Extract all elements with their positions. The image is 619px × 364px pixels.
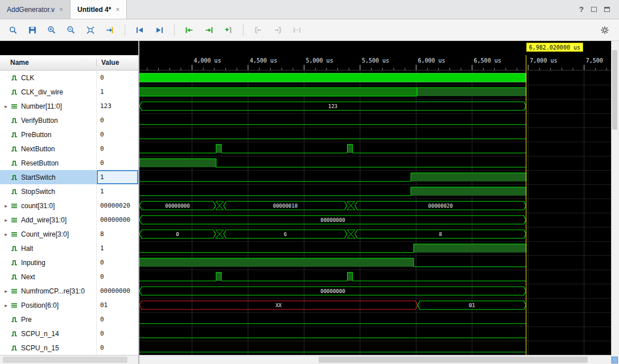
bit-signal-icon — [10, 344, 18, 352]
signal-name: NumfromCP...re[31:0 — [21, 287, 85, 295]
cursor-time-badge: 6,982.020000 us — [526, 43, 583, 52]
expand-chevron-icon[interactable]: ▸ — [2, 288, 10, 294]
signal-name-cell[interactable]: ▸ count[31:0] — [0, 198, 97, 213]
waveform-hscrollbar[interactable] — [139, 355, 611, 364]
signal-row-count-31-0[interactable]: ▸ count[31:0] 00000020 — [0, 198, 138, 213]
signal-name: SCPU_n_15 — [21, 344, 59, 352]
zoom-to-cursor-button[interactable] — [102, 23, 117, 38]
signal-name-cell[interactable]: ▸ Position[6:0] — [0, 298, 97, 312]
expand-chevron-icon[interactable]: ▸ — [2, 303, 10, 308]
expand-chevron-icon[interactable]: ▸ — [2, 203, 10, 209]
signal-name: PreButton — [21, 131, 51, 139]
svg-text:7,500: 7,500 — [586, 57, 603, 64]
signal-panel: Name Value CLK 0 CLK_div_wire 1 ▸ Number… — [0, 41, 139, 364]
previous-transition-button[interactable] — [182, 23, 197, 38]
signal-row-resetbutton[interactable]: ResetButton 0 — [0, 156, 138, 170]
signal-name-cell[interactable]: ▸ Count_wire[3:0] — [0, 227, 97, 241]
vivado-waveform-window: AddGenerator.v × Untitled 4* × ? Name Va… — [0, 0, 619, 364]
signal-name-cell[interactable]: NextButton — [0, 142, 97, 156]
signal-name-cell[interactable]: ▸ NumfromCP...re[31:0 — [0, 284, 97, 298]
signal-name-cell[interactable]: Halt — [0, 241, 97, 255]
scroll-corner-button[interactable] — [612, 357, 618, 363]
signal-row-scpu-n-15[interactable]: SCPU_n_15 0 — [0, 341, 138, 355]
signal-row-verifybutton[interactable]: VerifyButton 0 — [0, 113, 138, 127]
signal-name-cell[interactable]: Inputing — [0, 255, 97, 270]
close-icon[interactable]: × — [115, 6, 119, 14]
settings-button[interactable] — [597, 23, 612, 38]
signal-row-pre[interactable]: Pre 0 — [0, 312, 138, 326]
signal-row-startswitch[interactable]: StartSwitch 1 — [0, 170, 138, 184]
signal-panel-hscrollbar[interactable] — [0, 355, 138, 364]
bit-signal-icon — [10, 117, 18, 125]
signal-row-prebutton[interactable]: PreButton 0 — [0, 127, 138, 142]
svg-text:00000000: 00000000 — [320, 217, 345, 223]
expand-chevron-icon[interactable]: ▸ — [2, 231, 10, 237]
vscrollbar-thumb[interactable] — [612, 50, 617, 130]
signal-name: CLK_div_wire — [21, 88, 63, 96]
goto-next-marker-button — [270, 23, 285, 38]
signal-value: 0 — [97, 312, 138, 326]
signal-row-add-wire-31-0[interactable]: ▸ Add_wire[31:0] 00000000 — [0, 213, 138, 227]
time-ruler[interactable]: 4,000 us4,500 us5,000 us5,500 us6,000 us… — [139, 55, 611, 71]
float-window-icon[interactable] — [591, 7, 597, 12]
signal-name-cell[interactable]: Next — [0, 270, 97, 284]
goto-previous-marker-button — [251, 23, 266, 38]
expand-chevron-icon[interactable]: ▸ — [2, 217, 10, 223]
signal-name-cell[interactable]: Pre — [0, 312, 97, 326]
signal-name: Count_wire[3:0] — [21, 230, 69, 238]
toolbar-separator — [243, 24, 244, 36]
go-to-start-button[interactable] — [133, 23, 147, 38]
signal-row-position-6-0[interactable]: ▸ Position[6:0] 01 — [0, 298, 138, 312]
signal-row-clk-div-wire[interactable]: CLK_div_wire 1 — [0, 85, 138, 99]
vertical-scrollbar[interactable] — [611, 41, 618, 364]
tab-addgenerator[interactable]: AddGenerator.v × — [0, 0, 71, 19]
help-icon[interactable]: ? — [579, 5, 584, 14]
bus-signal-icon — [10, 102, 18, 110]
signal-row-halt[interactable]: Halt 1 — [0, 241, 138, 255]
signal-name-cell[interactable]: ▸ Add_wire[31:0] — [0, 213, 97, 227]
zoom-fit-button[interactable] — [83, 23, 98, 38]
add-marker-button[interactable] — [221, 23, 236, 38]
search-button[interactable] — [6, 23, 20, 38]
go-to-start-icon — [135, 26, 145, 35]
signal-name-cell[interactable]: StartSwitch — [0, 170, 97, 184]
signal-row-clk[interactable]: CLK 0 — [0, 71, 138, 85]
signal-name-cell[interactable]: StopSwitch — [0, 184, 97, 198]
tab-untitled4[interactable]: Untitled 4* × — [71, 0, 127, 19]
hscrollbar-thumb[interactable] — [3, 357, 127, 363]
hscrollbar-thumb[interactable] — [319, 357, 588, 363]
expand-chevron-icon[interactable]: ▸ — [2, 104, 10, 109]
zoom-to-range-icon — [292, 26, 302, 35]
go-to-end-button[interactable] — [152, 23, 167, 38]
value-column-header: Value — [97, 59, 138, 67]
zoom-in-button[interactable] — [44, 23, 59, 38]
save-button[interactable] — [25, 23, 40, 38]
zoom-out-button[interactable] — [64, 23, 79, 38]
signal-row-inputing[interactable]: Inputing 0 — [0, 255, 138, 270]
close-icon[interactable]: × — [59, 6, 63, 14]
signal-row-numfromcp-re-31-0[interactable]: ▸ NumfromCP...re[31:0 00000000 — [0, 284, 138, 298]
signal-name-cell[interactable]: ▸ Number[11:0] — [0, 99, 97, 113]
signal-name-cell[interactable]: VerifyButton — [0, 113, 97, 127]
signal-row-nextbutton[interactable]: NextButton 0 — [0, 142, 138, 156]
signal-row-next[interactable]: Next 0 — [0, 270, 138, 284]
signal-row-scpu-n-14[interactable]: SCPU_n_14 0 — [0, 326, 138, 341]
signal-name-cell[interactable]: SCPU_n_14 — [0, 326, 97, 341]
signal-name-cell[interactable]: SCPU_n_15 — [0, 341, 97, 355]
toolbar-separator — [125, 24, 125, 36]
save-icon — [28, 26, 37, 35]
signal-row-count-wire-3-0[interactable]: ▸ Count_wire[3:0] 8 — [0, 227, 138, 241]
signal-name-cell[interactable]: PreButton — [0, 127, 97, 142]
signal-value: 1 — [97, 241, 138, 255]
svg-text:7,000 us: 7,000 us — [530, 57, 557, 64]
next-transition-icon — [204, 26, 213, 35]
signal-name-cell[interactable]: CLK — [0, 71, 97, 85]
waveform-canvas[interactable]: 1230000000000000018000000200000000006800… — [139, 71, 611, 355]
maximize-window-icon[interactable] — [604, 7, 610, 12]
next-transition-button[interactable] — [201, 23, 216, 38]
signal-name-cell[interactable]: CLK_div_wire — [0, 85, 97, 99]
signal-row-stopswitch[interactable]: StopSwitch 1 — [0, 184, 138, 198]
signal-name-cell[interactable]: ResetButton — [0, 156, 97, 170]
signal-value: 0 — [97, 270, 138, 284]
signal-row-number-11-0[interactable]: ▸ Number[11:0] 123 — [0, 99, 138, 113]
